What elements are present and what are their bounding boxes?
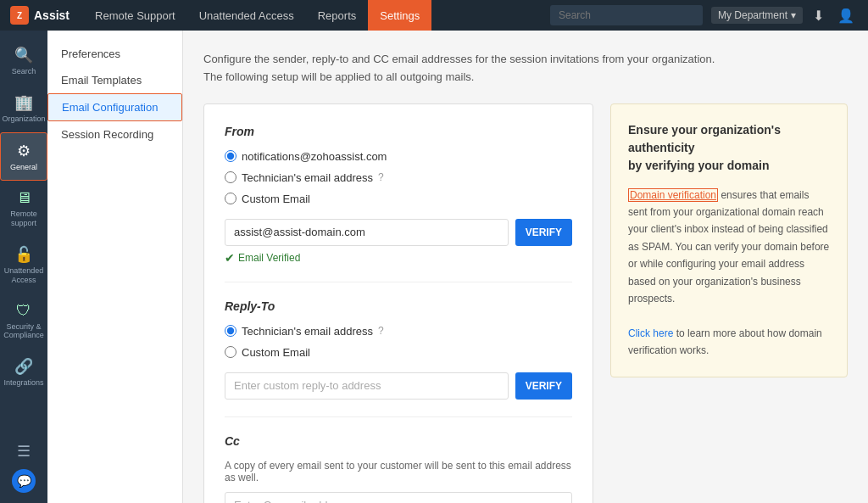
reply-to-custom-email-input[interactable] bbox=[225, 372, 509, 400]
logo-icon: Z bbox=[10, 6, 29, 25]
icon-nav-unattended-access[interactable]: 🔓 Unattended Access bbox=[0, 237, 47, 293]
nav-settings[interactable]: Settings bbox=[368, 0, 431, 31]
remote-support-icon: 🖥 bbox=[16, 189, 31, 207]
icon-nav-security[interactable]: 🛡 Security & Compliance bbox=[0, 293, 47, 349]
reply-to-custom-label: Custom Email bbox=[242, 346, 310, 359]
domain-verification-link[interactable]: Domain verification bbox=[628, 188, 718, 202]
from-notifications-radio[interactable] bbox=[225, 150, 236, 162]
menu-icon[interactable]: ☰ bbox=[17, 437, 31, 466]
cc-description: A copy of every email sent to your custo… bbox=[225, 460, 572, 483]
unattended-icon: 🔓 bbox=[14, 245, 33, 264]
icon-nav-remote-support-label: Remote support bbox=[0, 210, 47, 228]
icon-nav-unattended-label: Unattended Access bbox=[0, 266, 47, 285]
sidebar-item-email-templates[interactable]: Email Templates bbox=[47, 67, 182, 93]
search-icon: 🔍 bbox=[14, 46, 33, 64]
email-verified-badge: ✔ Email Verified bbox=[225, 251, 572, 265]
icon-nav-general-label: General bbox=[10, 163, 37, 172]
top-navigation: Z Assist Remote Support Unattended Acces… bbox=[0, 0, 868, 31]
reply-to-technician-radio[interactable] bbox=[225, 325, 236, 337]
cc-email-input[interactable] bbox=[225, 492, 572, 503]
reply-to-section: Reply-To Technician's email address ? Cu… bbox=[225, 299, 572, 400]
icon-nav-integrations-label: Integrations bbox=[3, 378, 43, 388]
top-search-input[interactable] bbox=[550, 5, 703, 25]
app-brand: Assist bbox=[34, 8, 70, 22]
app-logo: Z Assist bbox=[10, 6, 70, 25]
icon-navigation: 🔍 Search 🏢 Organization ⚙ General 🖥 Remo… bbox=[0, 31, 47, 503]
click-here-link[interactable]: Click here bbox=[628, 327, 673, 339]
from-notifications-label: notifications@zohoassist.com bbox=[242, 150, 387, 163]
nav-unattended-access[interactable]: Unattended Access bbox=[187, 0, 306, 31]
email-config-form-card: From notifications@zohoassist.com Techni… bbox=[203, 103, 593, 503]
security-icon: 🛡 bbox=[16, 302, 31, 320]
chat-icon[interactable]: 💬 bbox=[12, 469, 36, 493]
icon-nav-bottom-area: ☰ 💬 bbox=[0, 437, 47, 503]
content-wrapper: From notifications@zohoassist.com Techni… bbox=[203, 103, 848, 503]
reply-to-technician-label: Technician's email address bbox=[242, 325, 373, 338]
from-custom-input-row: VERIFY bbox=[225, 219, 572, 246]
icon-nav-general[interactable]: ⚙ General bbox=[0, 132, 47, 182]
info-card-title: Ensure your organization's authenticity … bbox=[628, 121, 830, 175]
reply-technician-help-icon[interactable]: ? bbox=[378, 325, 384, 337]
info-card-body: Domain verification ensures that emails … bbox=[628, 187, 830, 360]
general-icon: ⚙ bbox=[17, 142, 31, 160]
sidebar-item-session-recording[interactable]: Session Recording bbox=[47, 121, 182, 148]
reply-to-option-custom: Custom Email bbox=[225, 346, 572, 359]
technician-help-icon[interactable]: ? bbox=[378, 171, 384, 183]
department-selector[interactable]: My Department ▾ bbox=[711, 7, 803, 24]
from-section-title: From bbox=[225, 125, 572, 138]
sidebar: Preferences Email Templates Email Config… bbox=[47, 31, 183, 503]
from-custom-radio[interactable] bbox=[225, 193, 236, 204]
from-option-technician: Technician's email address ? bbox=[225, 171, 572, 184]
reply-to-option-technician: Technician's email address ? bbox=[225, 325, 572, 338]
icon-nav-organization-label: Organization bbox=[2, 115, 45, 124]
from-custom-label: Custom Email bbox=[242, 193, 310, 205]
nav-reports[interactable]: Reports bbox=[306, 0, 369, 31]
reply-to-custom-radio[interactable] bbox=[225, 346, 236, 358]
reply-to-radio-group: Technician's email address ? Custom Emai… bbox=[225, 325, 572, 359]
integrations-icon: 🔗 bbox=[14, 357, 33, 376]
main-content: Configure the sender, reply-to and CC em… bbox=[183, 31, 868, 503]
app-layout: 🔍 Search 🏢 Organization ⚙ General 🖥 Remo… bbox=[0, 31, 868, 503]
from-verify-button[interactable]: VERIFY bbox=[515, 219, 572, 246]
domain-info-card: Ensure your organization's authenticity … bbox=[610, 103, 848, 377]
reply-to-custom-input-row: VERIFY bbox=[225, 372, 572, 400]
chevron-down-icon: ▾ bbox=[791, 9, 796, 21]
from-option-custom: Custom Email bbox=[225, 193, 572, 205]
icon-nav-integrations[interactable]: 🔗 Integrations bbox=[0, 349, 47, 396]
cc-section: Cc A copy of every email sent to your cu… bbox=[225, 434, 572, 503]
download-icon[interactable]: ⬇ bbox=[810, 8, 827, 24]
cc-section-title: Cc bbox=[225, 434, 572, 448]
reply-to-verify-button[interactable]: VERIFY bbox=[515, 372, 572, 400]
sidebar-item-preferences[interactable]: Preferences bbox=[47, 41, 182, 67]
from-radio-group: notifications@zohoassist.com Technician'… bbox=[225, 150, 572, 205]
from-reply-divider bbox=[225, 282, 572, 282]
icon-nav-remote-support[interactable]: 🖥 Remote support bbox=[0, 181, 47, 237]
icon-nav-security-label: Security & Compliance bbox=[0, 322, 47, 341]
nav-remote-support[interactable]: Remote Support bbox=[83, 0, 187, 31]
from-custom-email-input[interactable] bbox=[225, 219, 509, 246]
icon-nav-search-label: Search bbox=[12, 67, 36, 76]
from-technician-radio[interactable] bbox=[225, 171, 236, 183]
icon-nav-search[interactable]: 🔍 Search bbox=[0, 37, 47, 85]
from-technician-label: Technician's email address bbox=[242, 171, 373, 184]
organization-icon: 🏢 bbox=[14, 93, 33, 112]
topnav-right-area: My Department ▾ ⬇ 👤 bbox=[711, 7, 858, 24]
from-section: From notifications@zohoassist.com Techni… bbox=[225, 125, 572, 265]
department-label: My Department bbox=[718, 9, 787, 21]
from-option-notifications: notifications@zohoassist.com bbox=[225, 150, 572, 163]
sidebar-item-email-configuration[interactable]: Email Configuration bbox=[47, 93, 182, 121]
reply-to-section-title: Reply-To bbox=[225, 299, 572, 313]
reply-cc-divider bbox=[225, 416, 572, 417]
intro-text: Configure the sender, reply-to and CC em… bbox=[203, 51, 848, 87]
user-icon[interactable]: 👤 bbox=[834, 8, 858, 24]
icon-nav-organization[interactable]: 🏢 Organization bbox=[0, 85, 47, 132]
verified-check-icon: ✔ bbox=[225, 251, 235, 265]
